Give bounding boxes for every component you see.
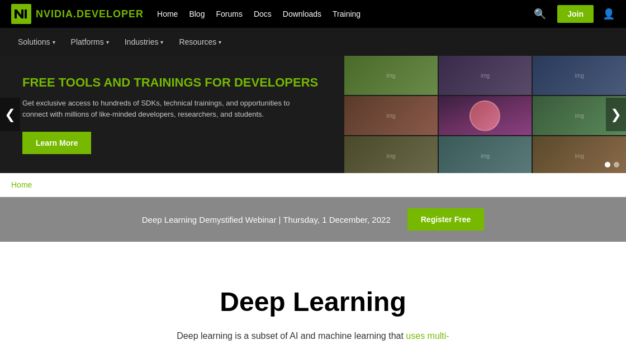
nav-resources[interactable]: Resources ▾ xyxy=(172,30,228,54)
hero-title: FREE TOOLS AND TRAININGS FOR DEVELOPERS xyxy=(22,75,322,91)
learn-more-button[interactable]: Learn More xyxy=(22,132,91,154)
nav-item-forums[interactable]: Forums xyxy=(216,9,242,19)
join-button[interactable]: Join xyxy=(557,5,594,23)
hero-image-7: img xyxy=(344,136,438,173)
main-content: Deep Learning Deep learning is a subset … xyxy=(0,275,626,355)
resources-label: Resources xyxy=(179,37,216,46)
carousel-next-button[interactable]: ❯ xyxy=(606,98,626,131)
register-free-button[interactable]: Register Free xyxy=(407,208,484,231)
logo-nvidia: NVIDIA xyxy=(36,8,73,20)
breadcrumb-home-link[interactable]: Home xyxy=(11,180,32,189)
top-navigation: NVIDIA.DEVELOPER Home Blog Forums Docs D… xyxy=(0,0,626,28)
breadcrumb: Home xyxy=(0,173,626,197)
hero-image-9: img xyxy=(533,136,626,173)
carousel-dot-2[interactable] xyxy=(614,162,619,167)
arrow-right-icon: ❯ xyxy=(610,107,622,122)
hero-face-placeholder xyxy=(470,100,500,131)
hero-image-5 xyxy=(439,96,532,135)
hero-images-grid: img img img img img img xyxy=(344,56,626,173)
top-nav-links: Home Blog Forums Docs Downloads Training xyxy=(157,9,361,19)
resources-chevron-icon: ▾ xyxy=(219,39,221,45)
svg-marker-2 xyxy=(25,9,27,18)
carousel-dot-1[interactable] xyxy=(605,162,610,167)
hero-content: FREE TOOLS AND TRAININGS FOR DEVELOPERS … xyxy=(0,56,344,173)
hero-image-8: img xyxy=(439,136,532,173)
nvidia-logo-icon xyxy=(11,4,31,24)
hero-image-1: img xyxy=(344,56,438,95)
nav-item-home[interactable]: Home xyxy=(157,9,178,19)
user-account-button[interactable]: 👤 xyxy=(603,8,615,20)
carousel-prev-button[interactable]: ❮ xyxy=(0,98,20,131)
logo-text: NVIDIA.DEVELOPER xyxy=(36,8,144,20)
section-spacer xyxy=(0,242,626,275)
platforms-chevron-icon: ▾ xyxy=(106,39,109,45)
industries-label: Industries xyxy=(125,37,159,46)
hero-banner: ❮ FREE TOOLS AND TRAININGS FOR DEVELOPER… xyxy=(0,56,626,173)
logo-developer: DEVELOPER xyxy=(77,8,144,20)
hero-image-2: img xyxy=(439,56,532,95)
subtitle-text: Deep learning is a subset of AI and mach… xyxy=(177,331,406,341)
webinar-banner: Deep Learning Demystified Webinar | Thur… xyxy=(0,197,626,242)
top-nav-left: NVIDIA.DEVELOPER Home Blog Forums Docs D… xyxy=(11,4,361,24)
nav-item-training[interactable]: Training xyxy=(333,9,361,19)
arrow-left-icon: ❮ xyxy=(4,107,16,122)
solutions-label: Solutions xyxy=(18,37,50,46)
search-button[interactable]: 🔍 xyxy=(532,6,548,22)
nav-item-docs[interactable]: Docs xyxy=(254,9,272,19)
hero-image-3: img xyxy=(533,56,626,95)
user-icon: 👤 xyxy=(603,8,615,20)
carousel-dots xyxy=(605,162,619,167)
nav-platforms[interactable]: Platforms ▾ xyxy=(64,30,116,54)
top-nav-right: 🔍 Join 👤 xyxy=(532,5,615,23)
nav-solutions[interactable]: Solutions ▾ xyxy=(11,30,62,54)
nav-item-downloads[interactable]: Downloads xyxy=(283,9,321,19)
hero-images: img img img img img img xyxy=(344,56,626,173)
page-main-subtitle: Deep learning is a subset of AI and mach… xyxy=(117,328,509,343)
solutions-chevron-icon: ▾ xyxy=(53,39,55,45)
page-main-title: Deep Learning xyxy=(22,286,604,317)
hero-subtitle: Get exclusive access to hundreds of SDKs… xyxy=(22,98,291,121)
logo-area: NVIDIA.DEVELOPER xyxy=(11,4,144,24)
subtitle-link[interactable]: uses multi- xyxy=(406,331,449,341)
nav-industries[interactable]: Industries ▾ xyxy=(118,30,170,54)
secondary-navigation: Solutions ▾ Platforms ▾ Industries ▾ Res… xyxy=(0,28,626,56)
hero-image-4: img xyxy=(344,96,438,135)
webinar-text: Deep Learning Demystified Webinar | Thur… xyxy=(142,215,391,224)
platforms-label: Platforms xyxy=(71,37,104,46)
search-icon: 🔍 xyxy=(534,8,546,20)
industries-chevron-icon: ▾ xyxy=(160,39,163,45)
nav-item-blog[interactable]: Blog xyxy=(189,9,205,19)
